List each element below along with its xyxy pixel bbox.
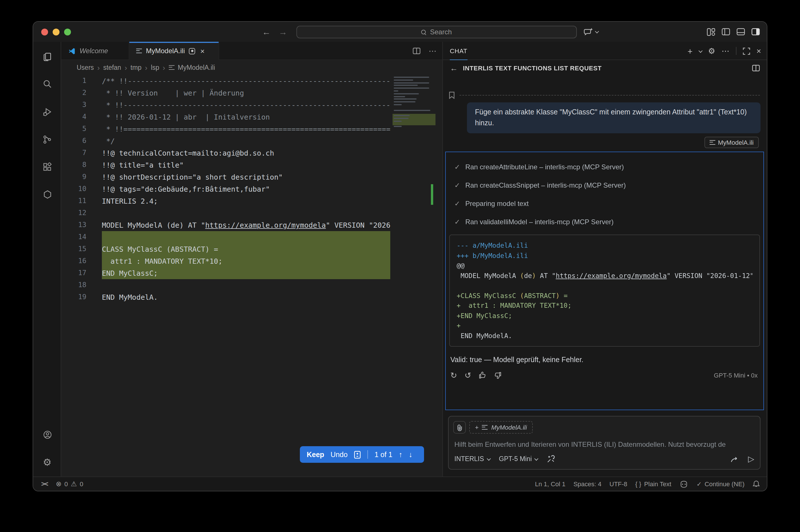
- source-control-icon[interactable]: [33, 131, 61, 148]
- open-chat-editor-icon[interactable]: [752, 65, 760, 72]
- chat-edits-bar: Keep Undo 1 of 1 ↑ ↓: [300, 446, 424, 463]
- remote-indicator[interactable]: ><: [41, 480, 48, 487]
- minimap-line: [394, 115, 410, 116]
- attach-context-button[interactable]: [453, 421, 466, 434]
- code-text: * !!------------------------------------…: [102, 99, 390, 111]
- code-editor[interactable]: 1/** !!---------------------------------…: [61, 75, 442, 476]
- close-window-button[interactable]: [41, 28, 48, 35]
- settings-gear-icon[interactable]: ⚙: [33, 454, 61, 471]
- split-editor-icon[interactable]: [413, 48, 421, 54]
- tab-close-icon[interactable]: ×: [200, 46, 205, 55]
- command-center-search[interactable]: Search: [296, 26, 577, 38]
- encoding[interactable]: UTF-8: [610, 480, 627, 487]
- retry-icon[interactable]: ↻: [450, 371, 457, 379]
- diff-code-block[interactable]: --- a/MyModelA.ili+++ b/MyModelA.ili@@ M…: [449, 234, 760, 347]
- toggle-panel-icon[interactable]: [737, 28, 745, 36]
- notifications-bell-icon[interactable]: [752, 480, 760, 488]
- user-message-text: Füge ein abstrakte Klasse "MyClassC" mit…: [475, 108, 747, 127]
- extensions-icon[interactable]: [33, 158, 61, 176]
- tool-step[interactable]: ✓Preparing model text: [446, 194, 763, 213]
- new-chat-icon[interactable]: +: [688, 46, 693, 56]
- message-attachment-chip[interactable]: MyModelA.ili: [704, 137, 759, 148]
- toggle-sidebar-icon[interactable]: [722, 28, 730, 36]
- insert-into-editor-icon[interactable]: [730, 455, 739, 462]
- explorer-icon[interactable]: [33, 48, 61, 65]
- chat-tab[interactable]: CHAT: [450, 42, 467, 60]
- undo-button[interactable]: Undo: [331, 451, 348, 458]
- edit-counter: 1 of 1: [374, 451, 393, 458]
- mode-picker[interactable]: INTERLIS: [454, 455, 490, 462]
- breadcrumb[interactable]: Users › stefan › tmp › lsp › MyModelA.il…: [61, 60, 442, 75]
- next-edit-icon[interactable]: ↓: [409, 450, 413, 459]
- breadcrumb-item[interactable]: stefan: [103, 64, 121, 71]
- previous-edit-icon[interactable]: ↑: [399, 450, 403, 459]
- keep-button[interactable]: Keep: [307, 451, 324, 458]
- line-number: 6: [61, 135, 87, 147]
- copilot-menu-button[interactable]: [584, 22, 598, 42]
- back-icon[interactable]: ←: [450, 63, 458, 73]
- breadcrumb-item[interactable]: tmp: [130, 64, 141, 71]
- chevron-down-icon: [487, 456, 491, 460]
- context-chip[interactable]: + MyModelA.ili: [469, 421, 533, 434]
- tools-icon[interactable]: [547, 455, 555, 463]
- minimap-line: [394, 99, 416, 100]
- minimize-window-button[interactable]: [53, 28, 59, 35]
- chat-edits-indicator-icon[interactable]: [189, 48, 195, 54]
- context-file-label: MyModelA.ili: [491, 424, 527, 431]
- accounts-icon[interactable]: [33, 426, 61, 443]
- toggle-secondary-sidebar-icon[interactable]: [751, 28, 760, 36]
- editor-more-actions-icon[interactable]: ⋯: [429, 46, 436, 56]
- chat-settings-gear-icon[interactable]: ⚙: [708, 46, 715, 56]
- thumbs-up-icon[interactable]: [479, 371, 487, 379]
- run-debug-icon[interactable]: [33, 103, 61, 121]
- code-text: * !! Version | wer | Änderung: [102, 87, 390, 99]
- window-controls: [41, 22, 71, 42]
- tool-step[interactable]: ✓Ran validateIliModel – interlis-mcp (MC…: [446, 213, 763, 231]
- breadcrumb-item[interactable]: lsp: [151, 64, 159, 71]
- maximize-panel-icon[interactable]: [743, 47, 750, 55]
- continue-status[interactable]: ✓ Continue (NE): [696, 480, 744, 488]
- language-mode[interactable]: { } Plain Text: [635, 480, 671, 487]
- model-picker[interactable]: GPT-5 Mini: [499, 455, 538, 462]
- chat-input[interactable]: [454, 439, 754, 450]
- send-icon[interactable]: ▷: [748, 454, 754, 463]
- code-text: attr1 : MANDATORY TEXT*10;: [102, 255, 390, 267]
- file-diff-icon[interactable]: [354, 451, 361, 458]
- code-text: END MyClassC;: [102, 267, 390, 279]
- check-icon: ✓: [454, 218, 460, 226]
- divider: [368, 450, 368, 459]
- thumbs-down-icon[interactable]: [494, 371, 502, 379]
- indentation[interactable]: Spaces: 4: [573, 480, 601, 487]
- new-chat-dropdown-icon[interactable]: [699, 49, 703, 53]
- diff-line: END MyModelA.: [457, 331, 752, 341]
- bookmark-icon[interactable]: [449, 91, 455, 99]
- code-text: MODEL MyModelA (de) AT "https://example.…: [102, 219, 390, 231]
- cursor-position[interactable]: Ln 1, Col 1: [535, 480, 565, 487]
- minimap-line: [394, 88, 429, 89]
- copilot-status-icon[interactable]: [679, 480, 688, 488]
- breadcrumb-file[interactable]: MyModelA.ili: [178, 64, 215, 71]
- chat-more-actions-icon[interactable]: ⋯: [722, 46, 730, 56]
- response-toolbar: ↻ ↺ GPT-5 Mini • 0x: [450, 369, 758, 381]
- breadcrumb-separator: ›: [97, 64, 100, 71]
- tool-step[interactable]: ✓Ran createAttributeLine – interlis-mcp …: [446, 158, 763, 176]
- undo-request-icon[interactable]: ↺: [464, 371, 471, 379]
- continue-label: Continue (NE): [705, 480, 744, 487]
- breadcrumb-item[interactable]: Users: [77, 64, 94, 71]
- tab-welcome[interactable]: Welcome: [61, 42, 129, 60]
- customize-layout-icon[interactable]: [707, 28, 715, 36]
- nav-back-icon[interactable]: ←: [262, 27, 271, 37]
- nav-forward-icon[interactable]: →: [279, 27, 287, 37]
- line-number: 4: [61, 111, 87, 123]
- tool-step[interactable]: ✓Ran createClassSnippet – interlis-mcp (…: [446, 176, 763, 194]
- user-message-bubble: Füge ein abstrakte Klasse "MyClassC" mit…: [467, 102, 761, 133]
- interlis-extension-icon[interactable]: [33, 186, 61, 203]
- paperclip-icon: [456, 423, 463, 431]
- search-view-icon[interactable]: [33, 76, 61, 93]
- zoom-window-button[interactable]: [64, 28, 71, 35]
- minimap[interactable]: [393, 77, 435, 208]
- close-panel-icon[interactable]: ×: [757, 46, 761, 56]
- chat-input-box: + MyModelA.ili INTERLIS GPT-5 Mini: [448, 416, 761, 470]
- problems-indicator[interactable]: ⊗ 0 ⚠ 0: [56, 480, 83, 488]
- tab-mymodela[interactable]: MyModelA.ili ×: [129, 42, 219, 60]
